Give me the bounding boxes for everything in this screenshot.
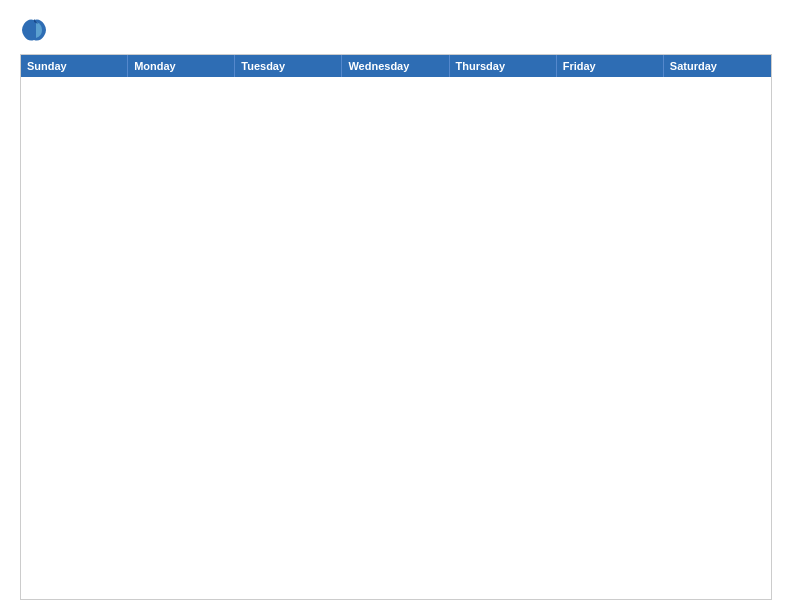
header xyxy=(20,16,772,44)
calendar-body xyxy=(21,77,771,599)
weekday-header: Wednesday xyxy=(342,55,449,77)
weekday-header: Thursday xyxy=(450,55,557,77)
logo-icon xyxy=(20,16,48,44)
page: SundayMondayTuesdayWednesdayThursdayFrid… xyxy=(0,0,792,612)
weekday-header: Sunday xyxy=(21,55,128,77)
calendar-header: SundayMondayTuesdayWednesdayThursdayFrid… xyxy=(21,55,771,77)
calendar: SundayMondayTuesdayWednesdayThursdayFrid… xyxy=(20,54,772,600)
weekday-header: Friday xyxy=(557,55,664,77)
logo xyxy=(20,16,52,44)
weekday-header: Tuesday xyxy=(235,55,342,77)
weekday-header: Monday xyxy=(128,55,235,77)
weekday-header: Saturday xyxy=(664,55,771,77)
